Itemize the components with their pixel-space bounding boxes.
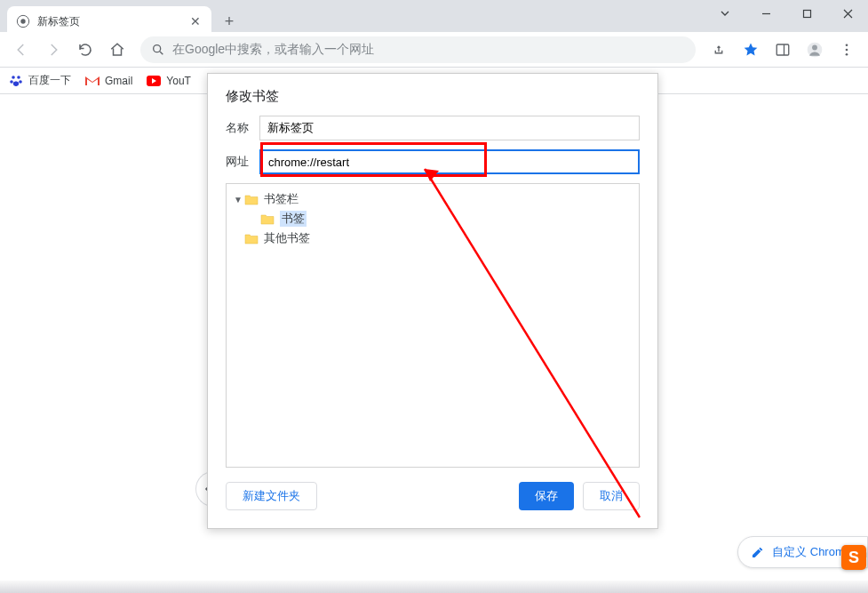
folder-icon — [244, 233, 259, 244]
menu-icon[interactable] — [832, 36, 861, 64]
chevron-down-icon[interactable] — [705, 0, 745, 27]
svg-point-11 — [846, 48, 848, 51]
tree-label: 其他书签 — [264, 230, 310, 246]
svg-point-15 — [10, 80, 13, 84]
tree-collapse-icon[interactable]: ▼ — [232, 195, 244, 204]
bookmark-star-icon[interactable] — [737, 36, 765, 64]
baidu-icon — [9, 74, 23, 88]
youtube-icon — [147, 74, 161, 88]
forward-button[interactable] — [39, 36, 68, 64]
tree-label: 书签栏 — [264, 191, 299, 207]
window-titlebar: 新标签页 ✕ + — [0, 0, 868, 32]
tree-node-other-bookmarks[interactable]: 其他书签 — [227, 228, 639, 248]
svg-point-13 — [12, 76, 15, 79]
svg-point-14 — [17, 76, 20, 79]
svg-point-10 — [846, 44, 848, 46]
bookmark-label: 百度一下 — [28, 73, 71, 88]
window-controls — [705, 0, 868, 27]
svg-point-9 — [812, 44, 817, 50]
ime-indicator[interactable]: S — [841, 545, 866, 570]
close-window-button[interactable] — [827, 0, 868, 27]
folder-tree[interactable]: ▼ 书签栏 书签 其他书签 — [226, 183, 640, 468]
home-button[interactable] — [103, 36, 131, 64]
browser-tab[interactable]: 新标签页 ✕ — [7, 6, 211, 36]
bookmark-item-youtube[interactable]: YouT — [147, 74, 191, 88]
name-label: 名称 — [226, 120, 259, 136]
new-tab-button[interactable]: + — [217, 9, 242, 34]
edit-bookmark-dialog: 修改书签 名称 网址 ▼ 书签栏 书签 其他书签 新建文件夹 — [207, 73, 658, 529]
back-button[interactable] — [7, 36, 36, 64]
omnibox[interactable]: 在Google中搜索，或者输入一个网址 — [140, 36, 696, 63]
tree-label: 书签 — [280, 211, 307, 227]
url-input[interactable] — [259, 149, 640, 174]
maximize-button[interactable] — [786, 0, 827, 27]
url-label: 网址 — [226, 154, 259, 170]
customize-label: 自定义 Chrome — [772, 544, 851, 560]
decorative-edge — [0, 581, 868, 593]
svg-rect-3 — [803, 10, 810, 17]
tree-node-bookmarks-child[interactable]: 书签 — [227, 209, 639, 228]
svg-point-1 — [20, 19, 25, 23]
bookmark-label: YouT — [166, 75, 191, 87]
svg-point-4 — [154, 44, 161, 52]
chrome-icon — [16, 14, 30, 28]
search-icon — [151, 43, 165, 57]
svg-rect-6 — [776, 44, 789, 55]
omnibox-placeholder: 在Google中搜索，或者输入一个网址 — [172, 42, 685, 58]
dialog-title: 修改书签 — [208, 74, 657, 116]
folder-icon — [244, 194, 259, 205]
bookmark-item-gmail[interactable]: Gmail — [85, 74, 132, 88]
name-input[interactable] — [259, 116, 640, 140]
side-panel-icon[interactable] — [768, 36, 797, 64]
sogou-ime-icon: S — [841, 545, 866, 570]
bookmark-item-baidu[interactable]: 百度一下 — [9, 73, 71, 88]
svg-point-12 — [846, 52, 848, 55]
tab-title: 新标签页 — [37, 14, 181, 29]
svg-point-16 — [19, 80, 22, 84]
reload-button[interactable] — [71, 36, 100, 64]
tree-node-bookmarks-bar[interactable]: ▼ 书签栏 — [227, 189, 639, 209]
save-button[interactable]: 保存 — [519, 482, 574, 510]
bookmark-label: Gmail — [105, 75, 132, 87]
svg-line-5 — [160, 52, 163, 54]
close-icon[interactable]: ✕ — [188, 14, 203, 28]
new-folder-button[interactable]: 新建文件夹 — [226, 482, 317, 510]
minimize-button[interactable] — [745, 0, 786, 27]
toolbar: 在Google中搜索，或者输入一个网址 — [0, 32, 868, 68]
profile-avatar-icon[interactable] — [800, 36, 829, 64]
folder-icon — [260, 213, 275, 225]
share-icon[interactable] — [705, 36, 733, 64]
cancel-button[interactable]: 取消 — [583, 482, 640, 510]
pencil-icon — [751, 545, 765, 559]
gmail-icon — [85, 74, 100, 88]
